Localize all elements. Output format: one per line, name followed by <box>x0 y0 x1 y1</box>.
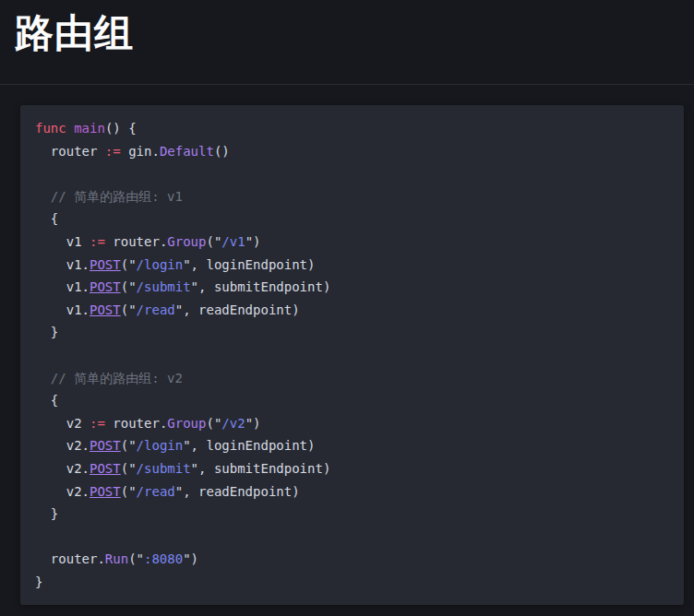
code-token: } <box>35 575 42 589</box>
code-token: /read <box>137 302 175 317</box>
code-token <box>66 121 74 136</box>
code-token: ") <box>245 234 261 249</box>
code-line: { <box>35 389 669 412</box>
code-line: router.Run(":8080") <box>35 548 669 571</box>
code-token: v1. <box>35 302 90 317</box>
code-token: /submit <box>137 461 191 476</box>
code-token: v1. <box>35 257 90 272</box>
code-token: := <box>90 416 105 431</box>
code-token: ", submitEndpoint) <box>191 461 331 476</box>
code-token: /read <box>137 484 175 499</box>
code-token: ", loginEndpoint) <box>183 438 315 453</box>
code-token: } <box>35 506 58 521</box>
code-token: v2. <box>35 438 90 453</box>
code-token: () <box>214 144 230 159</box>
code-token: /submit <box>137 279 191 294</box>
code-token: v1. <box>35 279 90 294</box>
code-token: (" <box>121 438 137 453</box>
docs-page: 路由组 func main() { router := gin.Default(… <box>0 9 694 616</box>
code-token: Run <box>105 551 128 566</box>
code-token: := <box>105 144 121 159</box>
code-token: v2 <box>35 416 90 431</box>
code-token: := <box>90 234 105 249</box>
section-divider <box>0 84 694 85</box>
code-token: (" <box>206 234 221 249</box>
code-content[interactable]: func main() { router := gin.Default() //… <box>35 117 669 593</box>
code-token: gin. <box>121 144 160 159</box>
code-token: (" <box>128 551 144 566</box>
code-token: Default <box>160 144 214 159</box>
page-title: 路由组 <box>15 9 679 57</box>
code-line: func main() { <box>35 117 669 140</box>
code-token: Group <box>167 234 206 249</box>
code-token: (" <box>121 257 137 272</box>
code-token: ", readEndpoint) <box>175 302 300 317</box>
code-token: /login <box>137 257 184 272</box>
code-token: /login <box>137 438 184 453</box>
code-token: POST <box>90 484 121 499</box>
code-line: v1.POST("/submit", submitEndpoint) <box>35 276 669 299</box>
code-token: /v2 <box>221 416 245 431</box>
code-token: ", submitEndpoint) <box>191 279 331 294</box>
code-token: (" <box>206 416 221 431</box>
code-token: ", readEndpoint) <box>175 484 300 499</box>
code-line: v1 := router.Group("/v1") <box>35 231 669 254</box>
code-token: POST <box>90 302 121 317</box>
code-line: } <box>35 321 669 344</box>
code-token: // 简单的路由组: v1 <box>51 189 183 204</box>
code-token: Group <box>167 416 206 431</box>
code-token: router. <box>105 416 167 431</box>
code-line: v2.POST("/submit", submitEndpoint) <box>35 457 669 480</box>
code-token: main <box>74 121 105 136</box>
code-line <box>35 162 669 185</box>
code-line: v1.POST("/read", readEndpoint) <box>35 299 669 322</box>
code-token: (" <box>121 461 137 476</box>
code-line: v2.POST("/login", loginEndpoint) <box>35 434 669 457</box>
code-line: // 简单的路由组: v1 <box>35 185 669 208</box>
code-token <box>35 371 51 385</box>
code-token: func <box>35 121 66 136</box>
code-token: { <box>35 393 58 408</box>
code-token: (" <box>121 484 137 499</box>
code-token: ") <box>245 416 261 431</box>
code-token: POST <box>90 438 121 453</box>
code-token: // 简单的路由组: v2 <box>51 371 183 385</box>
code-token: { <box>35 211 58 226</box>
code-token: router <box>35 144 105 159</box>
code-token: (" <box>121 279 137 294</box>
code-line: } <box>35 503 669 526</box>
code-line: // 简单的路由组: v2 <box>35 367 669 390</box>
code-token: :8080 <box>144 551 183 566</box>
code-block: func main() { router := gin.Default() //… <box>20 105 684 605</box>
code-line <box>35 526 669 549</box>
code-token: (" <box>121 302 137 317</box>
code-token <box>35 189 51 204</box>
code-token: router. <box>35 551 105 566</box>
code-line: router := gin.Default() <box>35 140 669 163</box>
code-token: } <box>35 325 58 339</box>
code-token: () { <box>105 121 137 136</box>
code-token: POST <box>90 257 121 272</box>
code-token: v2. <box>35 461 90 476</box>
code-token: /v1 <box>221 234 245 249</box>
code-token: POST <box>90 279 121 294</box>
code-token: ") <box>183 551 198 566</box>
code-token: router. <box>105 234 167 249</box>
code-token: v1 <box>35 234 90 249</box>
code-token: POST <box>90 461 121 476</box>
code-line: { <box>35 207 669 231</box>
code-line: v1.POST("/login", loginEndpoint) <box>35 254 669 277</box>
code-line: } <box>35 571 669 594</box>
code-line <box>35 344 669 367</box>
code-line: v2.POST("/read", readEndpoint) <box>35 480 669 503</box>
code-line: v2 := router.Group("/v2") <box>35 412 669 435</box>
code-token: ", loginEndpoint) <box>183 257 315 272</box>
code-token: v2. <box>35 484 90 499</box>
